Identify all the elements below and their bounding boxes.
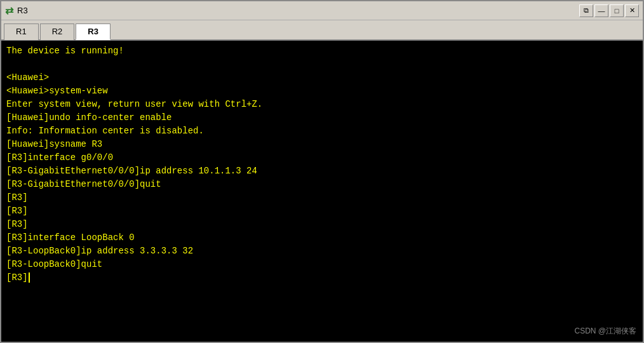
minimize-button[interactable]: — [594, 4, 608, 17]
terminal-area[interactable]: The device is running! <Huawei><Huawei>s… [1, 41, 643, 342]
terminal-line [6, 58, 638, 71]
terminal-line: [R3-LoopBack0]ip address 3.3.3.3 32 [6, 245, 638, 258]
terminal-line: [R3-GigabitEthernet0/0/0]ip address 10.1… [6, 165, 638, 178]
window-title: R3 [17, 6, 28, 15]
close-button[interactable]: ✕ [625, 4, 639, 17]
tabs-bar: R1 R2 R3 [1, 20, 643, 41]
watermark: CSDN @江湖侠客 [574, 325, 636, 337]
maximize-button[interactable]: □ [610, 4, 624, 17]
terminal-line: <Huawei>system-view [6, 84, 638, 98]
terminal-line: [R3] [6, 218, 638, 231]
terminal-line: [R3-LoopBack0]quit [6, 258, 638, 271]
terminal-line: The device is running! [6, 44, 638, 58]
terminal-line: [R3-GigabitEthernet0/0/0]quit [6, 178, 638, 191]
tab-r2[interactable]: R2 [40, 24, 75, 40]
terminal-line: [Huawei]sysname R3 [6, 138, 638, 151]
terminal-line: [R3]interface LoopBack 0 [6, 231, 638, 245]
terminal-line: [Huawei]undo info-center enable [6, 111, 638, 124]
restore-button[interactable]: ⧉ [579, 4, 593, 17]
tab-r1[interactable]: R1 [4, 24, 39, 40]
terminal-line: Info: Information center is disabled. [6, 124, 638, 138]
tab-r3[interactable]: R3 [76, 24, 111, 40]
terminal-line: [R3] [6, 271, 638, 285]
terminal-line: [R3] [6, 205, 638, 218]
window-controls: ⧉ — □ ✕ [579, 4, 639, 17]
terminal-line: [R3]interface g0/0/0 [6, 151, 638, 165]
terminal-line: [R3] [6, 191, 638, 205]
title-bar: ⇄ R3 ⧉ — □ ✕ [1, 1, 643, 20]
terminal-line: <Huawei> [6, 71, 638, 84]
title-bar-left: ⇄ R3 [5, 4, 28, 17]
terminal-line: Enter system view, return user view with… [6, 98, 638, 111]
app-icon: ⇄ [5, 4, 13, 17]
main-window: ⇄ R3 ⧉ — □ ✕ R1 R2 R3 The device is runn… [0, 0, 644, 343]
